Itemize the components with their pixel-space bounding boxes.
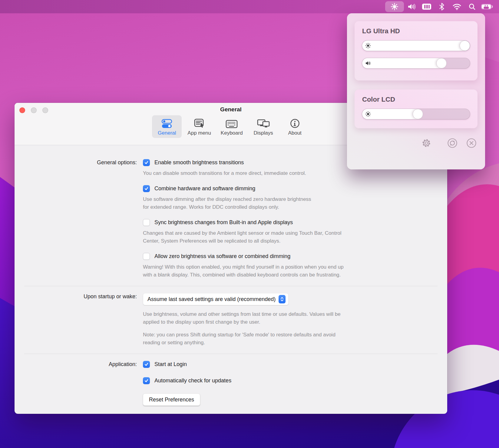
chevron-up-down-icon [279,295,286,303]
slider-knob[interactable] [413,109,423,119]
tab-about[interactable]: About [280,115,310,138]
settings-content: General options: Enable smooth brightnes… [15,145,447,406]
slider-knob[interactable] [436,58,447,68]
checkbox-combine-dimming[interactable] [143,185,150,192]
tab-label: App menu [187,130,211,136]
tab-label: Displays [254,130,273,136]
display-card-lg-ultra-hd: LG Ultra HD [355,21,478,80]
setting-description: You can disable smooth transitions for a… [143,169,447,177]
menubar-bluetooth-item[interactable] [434,1,449,12]
brightness-icon [365,111,371,117]
menubar-brightness-item[interactable] [385,1,404,12]
checkbox-smooth-transitions[interactable] [143,159,150,166]
display-name: Color LCD [362,96,470,103]
reset-preferences-button[interactable]: Reset Preferences [143,394,200,406]
displays-icon [257,118,270,129]
tab-label: About [288,130,301,136]
application-label: Application: [15,361,143,406]
displays-popover: LG Ultra HD [347,13,485,169]
keyboard-icon [225,118,238,129]
tab-keyboard[interactable]: Keyboard [217,115,247,138]
general-options-label: General options: [15,159,143,279]
info-icon [290,118,300,129]
brightness-icon [391,3,398,11]
setting-description: Warning! With this option enabled, you m… [143,263,447,279]
display-card-color-lcd: Color LCD [355,90,478,128]
slider-knob[interactable] [460,41,470,51]
settings-button[interactable] [421,138,431,148]
tab-label: Keyboard [221,130,243,136]
tab-app-menu[interactable]: App menu [183,115,215,138]
checkbox-auto-updates[interactable] [143,377,150,384]
checkbox-label: Sync brightness changes from Built-in an… [154,219,293,226]
section-divider [24,286,438,286]
setting-group: Allow zero brightness via software or co… [143,253,447,279]
checkbox-label: Enable smooth brightness transitions [154,159,244,166]
volume-icon [407,3,416,10]
toggles-icon [161,118,173,129]
checkbox-label: Automatically check for updates [154,378,231,384]
setting-description: Use software dimming after the display r… [143,195,447,211]
menu-bar [0,0,499,13]
tab-label: General [158,130,176,136]
search-icon [468,3,476,10]
checkbox-start-at-login[interactable] [143,361,150,368]
volume-icon [365,60,371,66]
bluetooth-icon [439,3,444,11]
keyboard-brightness-icon [421,3,432,10]
volume-slider[interactable] [362,58,470,68]
brightness-slider[interactable] [362,41,470,51]
refresh-button[interactable] [447,138,458,148]
close-window-button[interactable] [19,107,25,113]
setting-group: Combine hardware and software dimming Us… [143,185,447,211]
wifi-icon [452,3,461,10]
brightness-slider[interactable] [362,109,470,119]
checkbox-label: Start at Login [154,361,187,368]
tab-general[interactable]: General [152,115,182,138]
display-name: LG Ultra HD [362,27,470,35]
menubar-battery-item[interactable] [480,1,495,12]
checkbox-label: Combine hardware and software dimming [154,185,255,192]
menubar-volume-item[interactable] [404,1,419,12]
section-divider [24,354,438,354]
menubar-keyboard-brightness-item[interactable] [419,1,434,12]
startup-dropdown[interactable]: Assume last saved settings are valid (re… [143,293,289,305]
battery-charging-icon [481,3,494,10]
traffic-lights [19,107,48,113]
slider-fill [362,58,447,68]
app-menu-icon [193,118,205,129]
slider-fill [362,41,470,51]
menubar-wifi-item[interactable] [449,1,464,12]
dropdown-value: Assume last saved settings are valid (re… [147,296,276,302]
brightness-icon [365,43,371,49]
zoom-window-button[interactable] [42,107,48,113]
checkbox-zero-brightness[interactable] [143,253,150,260]
checkbox-sync-brightness[interactable] [143,219,150,226]
startup-note: Note: you can press Shift during startup… [143,331,447,347]
tab-displays[interactable]: Displays [249,115,278,138]
setting-description: Changes that are caused by the Ambient l… [143,229,447,245]
menubar-search-item[interactable] [464,1,480,12]
minimize-window-button[interactable] [31,107,37,113]
startup-description: Use brightness, volume and other setting… [143,310,447,326]
checkbox-label: Allow zero brightness via software or co… [154,253,290,260]
close-popover-button[interactable] [466,138,477,148]
setting-group: Sync brightness changes from Built-in an… [143,219,447,245]
popover-actions [347,128,485,148]
startup-label: Upon startup or wake: [15,293,143,347]
